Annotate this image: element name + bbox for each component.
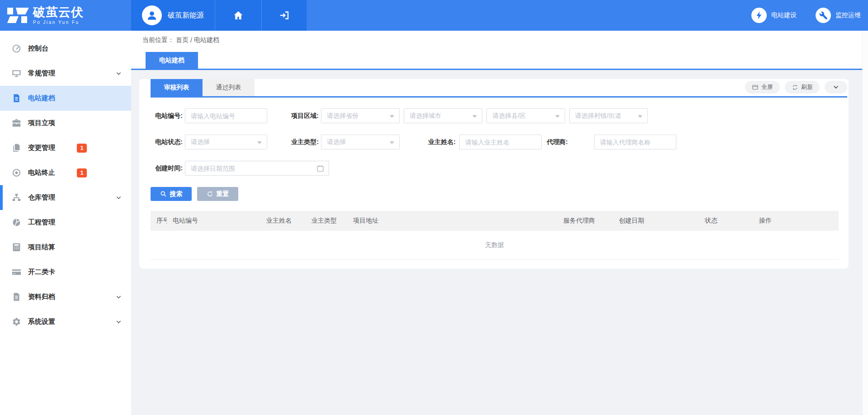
town-select[interactable]: 请选择村镇/街道: [569, 108, 648, 123]
date-range-picker[interactable]: [185, 161, 329, 176]
created-time-label: 创建时间:: [151, 164, 183, 173]
chevron-down-icon: [832, 84, 840, 91]
col-created: 创建日期: [613, 217, 699, 225]
sidebar-item-station-termination[interactable]: 电站终止 1: [0, 160, 131, 185]
sidebar-item-change-mgmt[interactable]: 变更管理 1: [0, 135, 131, 160]
app-window: 破茧云伏 Po Jian Yun Fu 破茧新能源: [0, 0, 868, 415]
reset-button[interactable]: 重置: [197, 187, 238, 201]
station-no-input[interactable]: [185, 108, 267, 123]
county-select[interactable]: 请选择县/区: [486, 108, 565, 123]
home-icon: [233, 10, 244, 21]
town-placeholder: 请选择村镇/街道: [575, 112, 621, 120]
owner-name-input[interactable]: [459, 135, 542, 149]
page-tab-station-filing[interactable]: 电站建档: [146, 52, 198, 69]
table-header: 序号 电站编号 业主姓名 业主类型 项目地址 服务代理商 创建日期 状态 操作: [151, 211, 839, 231]
col-seq: 序号: [151, 217, 167, 225]
status-placeholder: 请选择: [191, 138, 210, 146]
lightning-icon: [751, 8, 767, 23]
calculator-icon: [11, 242, 21, 252]
sidebar-item-project-initiation[interactable]: 项目立项: [0, 111, 131, 135]
collapse-toolbar-button[interactable]: [825, 81, 847, 93]
refresh-button[interactable]: 刷新: [785, 81, 820, 93]
monitor-icon: [11, 69, 21, 79]
sidebar-item-engineering-mgmt[interactable]: 工程管理: [0, 210, 131, 235]
sidebar-item-warehouse-mgmt[interactable]: 仓库管理: [0, 185, 131, 210]
sidebar-item-label: 资料归档: [28, 293, 55, 301]
record-icon: [11, 168, 21, 178]
reset-label: 重置: [217, 190, 229, 198]
owner-type-placeholder: 请选择: [327, 138, 346, 146]
current-user[interactable]: 破茧新能源: [131, 0, 215, 31]
table-empty-state: 无数据: [151, 231, 839, 260]
sidebar-item-label: 电站建档: [28, 94, 55, 103]
sidebar-item-label: 控制台: [28, 44, 48, 53]
sidebar-item-project-settlement[interactable]: 项目结算: [0, 235, 131, 260]
sidebar: 控制台 常规管理: [0, 31, 131, 415]
breadcrumb-home[interactable]: 首页: [176, 36, 189, 44]
nav-monitoring-ops[interactable]: 监控运维: [816, 0, 861, 31]
region-label: 项目区域:: [289, 112, 319, 120]
notification-badge: 1: [77, 168, 87, 177]
date-range-input[interactable]: [185, 161, 329, 176]
sidebar-item-system-settings[interactable]: 系统设置: [0, 309, 131, 334]
sidebar-item-dashboard[interactable]: 控制台: [0, 36, 131, 61]
credit-card-icon: [11, 267, 21, 277]
agent-input[interactable]: [594, 135, 676, 149]
owner-type-select[interactable]: 请选择: [321, 135, 400, 149]
vertical-scrollbar[interactable]: [862, 31, 868, 415]
page-tab-bar: 电站建档: [131, 50, 862, 69]
sidebar-item-general-mgmt[interactable]: 常规管理: [0, 61, 131, 86]
wrench-icon: [816, 8, 831, 23]
refresh-icon: [792, 84, 798, 91]
fullscreen-button[interactable]: 全屏: [745, 81, 780, 93]
sidebar-item-label: 系统设置: [28, 317, 55, 326]
city-placeholder: 请选择城市: [410, 112, 441, 120]
sidebar-item-label: 项目结算: [28, 243, 55, 252]
caret-down-icon: [638, 115, 642, 118]
chevron-down-icon: [115, 318, 122, 325]
sidebar-item-data-archive[interactable]: 资料归档: [0, 284, 131, 309]
province-placeholder: 请选择省份: [327, 112, 359, 120]
chevron-down-icon: [115, 70, 122, 77]
logout-button[interactable]: [261, 0, 307, 31]
document-icon: [11, 93, 21, 103]
active-accent-bar: [0, 185, 3, 210]
card-tabs: 审核列表 通过列表: [151, 79, 255, 96]
search-button[interactable]: 搜索: [151, 187, 192, 201]
caret-down-icon: [472, 115, 477, 118]
reset-icon: [207, 191, 213, 197]
calendar-icon: [316, 164, 324, 172]
col-owner-type: 业主类型: [306, 217, 347, 225]
sidebar-item-station-filing[interactable]: 电站建档: [0, 86, 131, 111]
fullscreen-label: 全屏: [761, 83, 773, 91]
chevron-down-icon: [115, 294, 122, 300]
nav-station-construction[interactable]: 电站建设: [751, 0, 797, 31]
sidebar-item-label: 变更管理: [28, 144, 55, 152]
user-avatar-icon: [142, 5, 162, 25]
col-owner-name: 业主姓名: [260, 217, 306, 225]
top-header: 破茧云伏 Po Jian Yun Fu 破茧新能源: [0, 0, 868, 31]
tab-approved-list[interactable]: 通过列表: [203, 79, 255, 96]
province-select[interactable]: 请选择省份: [321, 108, 400, 123]
search-label: 搜索: [170, 190, 183, 198]
pages-icon: [11, 143, 21, 153]
owner-name-label: 业主姓名:: [424, 138, 456, 146]
briefcase-icon: [11, 118, 21, 128]
gauge-icon: [11, 44, 21, 54]
breadcrumb-separator: /: [190, 37, 192, 44]
sidebar-item-label: 开二类卡: [28, 268, 55, 276]
breadcrumb-prefix: 当前位置：: [142, 36, 174, 44]
station-no-label: 电站编号:: [151, 112, 183, 120]
brand-title: 破茧云伏: [33, 6, 84, 19]
city-select[interactable]: 请选择城市: [404, 108, 482, 123]
agent-label: 代理商:: [544, 138, 568, 146]
sidebar-item-label: 常规管理: [28, 69, 55, 78]
home-button[interactable]: [215, 0, 261, 31]
refresh-label: 刷新: [801, 83, 813, 91]
main-area: 当前位置： 首页 / 电站建档 电站建档 审核列表 通过列表: [131, 31, 862, 415]
sidebar-item-open-class2-card[interactable]: 开二类卡: [0, 260, 131, 284]
brand-logo-icon: [7, 8, 29, 23]
tab-review-list[interactable]: 审核列表: [151, 79, 203, 96]
station-status-select[interactable]: 请选择: [185, 135, 267, 149]
owner-type-label: 业主类型:: [289, 138, 319, 146]
